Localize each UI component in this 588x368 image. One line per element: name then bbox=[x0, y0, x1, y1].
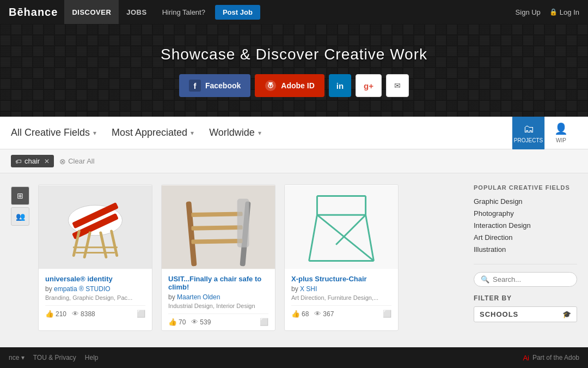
list-item[interactable]: Interaction Design bbox=[474, 219, 577, 231]
list-item[interactable]: Graphic Design bbox=[474, 195, 577, 207]
filter-by-title: FILTER BY bbox=[474, 294, 577, 302]
chevron-down-icon: 🎓 bbox=[562, 310, 571, 318]
list-item[interactable]: Illustration bbox=[474, 243, 577, 255]
project-card: universale® identity by empatia ® STUDIO… bbox=[38, 184, 152, 331]
thumbs-up-icon: 👍 bbox=[291, 310, 300, 318]
lock-icon: 🔒 bbox=[549, 8, 558, 16]
wip-view-button[interactable]: 👤 WIP bbox=[544, 117, 577, 149]
nav-right: Sign Up 🔒 Log In bbox=[516, 8, 579, 16]
svg-rect-18 bbox=[237, 199, 249, 248]
svg-rect-19 bbox=[285, 185, 398, 269]
card-title[interactable]: X-plus Structure-Chair bbox=[291, 275, 391, 283]
grid-view-button[interactable]: ⊞ bbox=[11, 186, 29, 205]
card-stats: 👍 68 👁 367 ⬜ bbox=[291, 305, 391, 318]
view-toggle-group: 🗂 PROJECTS 👤 WIP bbox=[512, 117, 577, 149]
card-tags: Branding, Graphic Design, Pac... bbox=[45, 294, 145, 301]
eye-icon: 👁 bbox=[314, 310, 321, 318]
tag-bar: 🏷 chair ✕ ⊗ Clear All bbox=[0, 149, 588, 173]
search-icon: 🔍 bbox=[481, 275, 489, 283]
list-item[interactable]: Art Direction bbox=[474, 231, 577, 243]
view-count: 👁 367 bbox=[314, 310, 334, 318]
top-navigation: Bēhance DISCOVER JOBS Hiring Talent? Pos… bbox=[0, 0, 588, 24]
field-link: Photography bbox=[474, 209, 514, 218]
left-view-toggle: ⊞ 👥 bbox=[11, 186, 29, 331]
tag-icon: 🏷 bbox=[15, 158, 21, 165]
adobe-icon bbox=[265, 80, 277, 92]
hero-section: Showcase & Discover Creative Work f Face… bbox=[0, 24, 588, 117]
chevron-down-icon: ▾ bbox=[93, 129, 96, 137]
logo: Bēhance bbox=[9, 6, 58, 19]
field-link: Illustration bbox=[474, 245, 506, 254]
view-count: 👁 8388 bbox=[72, 310, 95, 318]
projects-view-button[interactable]: 🗂 PROJECTS bbox=[512, 117, 544, 149]
hero-title: Showcase & Discover Creative Work bbox=[161, 46, 427, 63]
hero-buttons: f Facebook Adobe ID in g+ ✉ bbox=[179, 74, 409, 97]
card-title[interactable]: universale® identity bbox=[45, 275, 145, 283]
google-login-button[interactable]: g+ bbox=[356, 74, 382, 97]
creative-fields-dropdown[interactable]: All Creative Fields ▾ bbox=[11, 127, 106, 138]
card-thumbnail[interactable] bbox=[39, 185, 152, 269]
project-card: USIT...Finally a chair safe to climb! by… bbox=[161, 184, 275, 331]
popular-fields-list: Graphic Design Photography Interaction D… bbox=[474, 195, 577, 255]
popular-fields-title: POPULAR CREATIVE FIELDS bbox=[474, 184, 577, 191]
signup-link[interactable]: Sign Up bbox=[516, 8, 541, 16]
briefcase-icon: 🗂 bbox=[523, 123, 534, 135]
list-icon: 👥 bbox=[16, 212, 25, 221]
card-action-button[interactable]: ⬜ bbox=[260, 318, 268, 326]
google-icon: g+ bbox=[364, 81, 373, 91]
sort-dropdown[interactable]: Most Appreciated ▾ bbox=[112, 127, 204, 138]
project-card: X-plus Structure-Chair by X SHI Art Dire… bbox=[284, 184, 399, 331]
field-link: Graphic Design bbox=[474, 197, 523, 206]
card-author: by X SHI bbox=[291, 285, 391, 293]
location-dropdown[interactable]: Worldwide ▾ bbox=[209, 127, 271, 138]
schools-filter-dropdown[interactable]: SCHOOLS 🎓 bbox=[474, 306, 577, 322]
list-view-button[interactable]: 👥 bbox=[11, 207, 29, 226]
nav-hiring[interactable]: Hiring Talent? bbox=[155, 0, 213, 24]
card-thumbnail[interactable] bbox=[285, 185, 398, 269]
post-job-button[interactable]: Post Job bbox=[215, 5, 260, 20]
view-count: 👁 539 bbox=[191, 318, 211, 326]
nav-items: DISCOVER JOBS Hiring Talent? Post Job bbox=[64, 0, 515, 24]
chevron-down-icon: ▾ bbox=[258, 129, 261, 137]
tag-label: chair bbox=[24, 157, 40, 165]
email-login-button[interactable]: ✉ bbox=[386, 74, 409, 97]
card-tags: Industrial Design, Interior Design bbox=[168, 303, 268, 309]
linkedin-login-button[interactable]: in bbox=[329, 74, 351, 97]
card-body: universale® identity by empatia ® STUDIO… bbox=[39, 269, 152, 322]
clear-all-button[interactable]: ⊗ Clear All bbox=[59, 157, 94, 166]
projects-label: PROJECTS bbox=[514, 137, 543, 143]
divider bbox=[474, 264, 577, 264]
card-body: USIT...Finally a chair safe to climb! by… bbox=[162, 269, 275, 330]
remove-tag-button[interactable]: ✕ bbox=[44, 158, 50, 165]
adobe-login-button[interactable]: Adobe ID bbox=[255, 74, 324, 97]
sort-label: Most Appreciated bbox=[112, 127, 187, 138]
cards-grid: universale® identity by empatia ® STUDIO… bbox=[38, 184, 463, 331]
card-action-button[interactable]: ⬜ bbox=[137, 310, 145, 318]
facebook-login-button[interactable]: f Facebook bbox=[179, 74, 250, 97]
author-link[interactable]: X SHI bbox=[300, 285, 317, 293]
card-body: X-plus Structure-Chair by X SHI Art Dire… bbox=[285, 269, 398, 322]
svg-rect-17 bbox=[191, 239, 242, 244]
sidebar-search-input[interactable] bbox=[493, 275, 570, 283]
grid-icon: ⊞ bbox=[17, 191, 23, 200]
location-label: Worldwide bbox=[209, 127, 255, 138]
login-link[interactable]: 🔒 Log In bbox=[549, 8, 579, 16]
author-link[interactable]: Maarten Olden bbox=[177, 293, 220, 301]
clear-label: Clear All bbox=[68, 157, 94, 165]
sidebar-search-box[interactable]: 🔍 bbox=[474, 272, 577, 287]
like-count: 👍 70 bbox=[168, 318, 186, 326]
like-count: 👍 68 bbox=[291, 310, 309, 318]
card-action-button[interactable]: ⬜ bbox=[383, 310, 391, 318]
sidebar: POPULAR CREATIVE FIELDS Graphic Design P… bbox=[474, 184, 577, 331]
author-link[interactable]: empatia ® STUDIO bbox=[54, 285, 111, 293]
nav-jobs[interactable]: JOBS bbox=[119, 0, 154, 24]
thumbs-up-icon: 👍 bbox=[168, 318, 177, 326]
card-thumbnail[interactable] bbox=[162, 185, 275, 269]
active-tag-chip: 🏷 chair ✕ bbox=[11, 155, 54, 167]
list-item[interactable]: Photography bbox=[474, 207, 577, 219]
card-title[interactable]: USIT...Finally a chair safe to climb! bbox=[168, 275, 268, 291]
card-tags: Art Direction, Furniture Design,... bbox=[291, 294, 391, 301]
field-link: Art Direction bbox=[474, 233, 513, 242]
eye-icon: 👁 bbox=[72, 310, 79, 318]
nav-discover[interactable]: DISCOVER bbox=[64, 0, 119, 24]
